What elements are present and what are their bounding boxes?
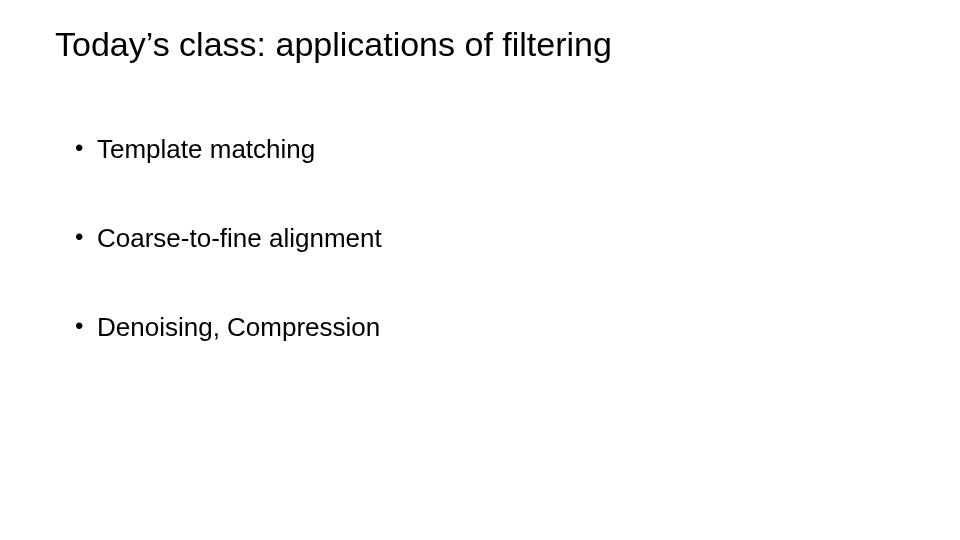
bullet-item: Coarse-to-fine alignment <box>75 223 905 254</box>
bullet-item: Template matching <box>75 134 905 165</box>
slide-title: Today’s class: applications of filtering <box>55 25 905 64</box>
bullet-text: Denoising, Compression <box>97 312 380 342</box>
bullet-list: Template matching Coarse-to-fine alignme… <box>55 134 905 343</box>
bullet-text: Template matching <box>97 134 315 164</box>
bullet-text: Coarse-to-fine alignment <box>97 223 382 253</box>
bullet-item: Denoising, Compression <box>75 312 905 343</box>
